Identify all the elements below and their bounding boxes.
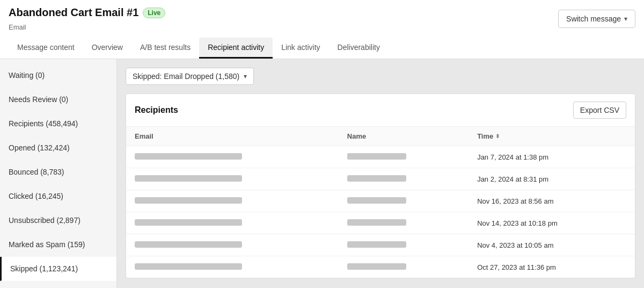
time-cell: Jan 2, 2024 at 8:31 pm <box>477 175 548 183</box>
filter-dropdown[interactable]: Skipped: Email Dropped (1,580) ▾ <box>126 68 254 85</box>
table-row: Nov 14, 2023 at 10:18 pm <box>126 212 635 234</box>
title-group: Abandoned Cart Email #1 Live Email <box>9 6 165 31</box>
live-badge: Live <box>143 8 165 18</box>
sidebar-item-clicked[interactable]: Clicked (16,245) <box>0 184 116 208</box>
table-row: Oct 27, 2023 at 11:36 pm <box>126 256 635 278</box>
sort-icon: ⬍ <box>495 133 500 139</box>
name-blur <box>347 153 406 160</box>
tab-message-content[interactable]: Message content <box>9 38 83 59</box>
sidebar-item-opened[interactable]: Opened (132,424) <box>0 136 116 160</box>
time-cell: Nov 4, 2023 at 10:05 am <box>477 241 553 249</box>
tab-overview[interactable]: Overview <box>83 38 131 59</box>
recipients-panel-header: Recipients Export CSV <box>126 94 635 127</box>
recipients-title: Recipients <box>135 105 178 115</box>
export-csv-button[interactable]: Export CSV <box>573 102 626 119</box>
time-cell: Nov 14, 2023 at 10:18 pm <box>477 219 558 227</box>
filter-row: Skipped: Email Dropped (1,580) ▾ <box>126 68 635 85</box>
sidebar-item-marked-as-spam[interactable]: Marked as Spam (159) <box>0 233 116 257</box>
switch-message-label: Switch message <box>566 15 621 23</box>
nav-tabs: Message content Overview A/B test result… <box>9 38 635 59</box>
name-blur <box>347 219 406 226</box>
switch-message-button[interactable]: Switch message ▾ <box>558 10 635 28</box>
table-row: Nov 4, 2023 at 10:05 am <box>126 234 635 256</box>
sidebar: Waiting (0) Needs Review (0) Recipients … <box>0 59 117 288</box>
col-email: Email <box>126 127 339 146</box>
tab-ab-test-results[interactable]: A/B test results <box>131 38 199 59</box>
tab-deliverability[interactable]: Deliverability <box>329 38 389 59</box>
recipients-table: Email Name Time ⬍ Jan <box>126 127 635 278</box>
sidebar-item-waiting[interactable]: Waiting (0) <box>0 63 116 88</box>
page-header: Abandoned Cart Email #1 Live Email Switc… <box>0 0 644 59</box>
table-row: Nov 16, 2023 at 8:56 am <box>126 190 635 212</box>
name-blur <box>347 175 406 182</box>
name-blur <box>347 197 406 204</box>
sidebar-item-needs-review[interactable]: Needs Review (0) <box>0 88 116 112</box>
email-blur <box>135 263 242 270</box>
time-cell: Nov 16, 2023 at 8:56 am <box>477 197 553 205</box>
chevron-down-icon: ▾ <box>624 15 627 23</box>
filter-label: Skipped: Email Dropped (1,580) <box>133 72 239 81</box>
time-cell: Jan 7, 2024 at 1:38 pm <box>477 153 548 161</box>
name-blur <box>347 263 406 270</box>
tab-recipient-activity[interactable]: Recipient activity <box>199 38 273 59</box>
sidebar-item-recipients[interactable]: Recipients (458,494) <box>0 112 116 136</box>
tab-link-activity[interactable]: Link activity <box>273 38 328 59</box>
email-blur <box>135 241 242 248</box>
sidebar-item-unsubscribed[interactable]: Unsubscribed (2,897) <box>0 208 116 233</box>
sidebar-item-bounced[interactable]: Bounced (8,783) <box>0 160 116 184</box>
page-title: Abandoned Cart Email #1 <box>9 6 138 19</box>
main-layout: Waiting (0) Needs Review (0) Recipients … <box>0 59 644 288</box>
email-blur <box>135 197 242 204</box>
email-blur <box>135 153 242 160</box>
time-cell: Oct 27, 2023 at 11:36 pm <box>477 263 556 271</box>
page-subtitle: Email <box>9 23 26 31</box>
name-blur <box>347 241 406 248</box>
email-blur <box>135 219 242 226</box>
content-area: Skipped: Email Dropped (1,580) ▾ Recipie… <box>117 59 644 288</box>
col-name: Name <box>339 127 469 146</box>
recipients-panel: Recipients Export CSV Email Name Time ⬍ <box>126 93 635 278</box>
chevron-down-icon: ▾ <box>244 73 247 80</box>
table-row: Jan 7, 2024 at 1:38 pm <box>126 146 635 168</box>
sidebar-item-skipped[interactable]: Skipped (1,123,241) <box>0 257 116 281</box>
email-blur <box>135 175 242 182</box>
col-time[interactable]: Time ⬍ <box>469 127 635 146</box>
table-row: Jan 2, 2024 at 8:31 pm <box>126 168 635 190</box>
